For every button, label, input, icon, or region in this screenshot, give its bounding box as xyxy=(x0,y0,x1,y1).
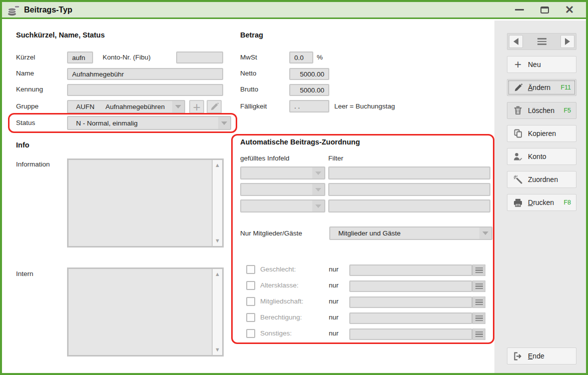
mitgliedschaft-list-button[interactable] xyxy=(472,296,485,308)
gruppe-dropdown[interactable]: AUFN Aufnahmegebühren xyxy=(67,100,185,114)
geschlecht-nur-label: nur xyxy=(329,266,339,273)
berechtigung-nur-label: nur xyxy=(329,314,339,321)
beitrags-typ-window: Beitrags-Typ ✕ Suchkürzel, Name, Status … xyxy=(0,0,588,375)
window-title: Beitrags-Typ xyxy=(24,6,73,14)
chevron-down-icon xyxy=(218,117,230,129)
name-input[interactable] xyxy=(67,68,223,80)
berechtigung-filter-input[interactable] xyxy=(349,312,472,324)
pencil-icon xyxy=(210,102,219,111)
scroll-up-icon[interactable]: ▲ xyxy=(215,272,220,277)
netto-input[interactable] xyxy=(289,68,329,80)
geschlecht-filter-input[interactable] xyxy=(349,264,472,276)
name-label: Name xyxy=(16,70,34,77)
menu-icon[interactable] xyxy=(537,38,546,45)
altersklasse-list-button[interactable] xyxy=(472,280,485,292)
arrow-right-icon xyxy=(565,38,570,45)
geschlecht-label: Geschlecht: xyxy=(260,266,296,273)
loeschen-button[interactable]: Löschen F5 xyxy=(507,102,576,119)
scroll-up-icon[interactable]: ▲ xyxy=(215,162,220,168)
coins-stack-icon xyxy=(7,4,20,16)
mwst-input[interactable] xyxy=(289,52,313,64)
kennung-input[interactable] xyxy=(67,84,223,96)
pencil-icon xyxy=(512,84,523,92)
berechtigung-list-button[interactable] xyxy=(472,312,485,324)
action-sidebar: + Neu Ändern F11 Löschen F5 Kopieren xyxy=(494,20,586,373)
mitglieder-label: Nur Mitglieder/Gäste xyxy=(240,230,302,237)
mitgliedschaft-filter-input[interactable] xyxy=(349,296,472,308)
altersklasse-label: Altersklasse: xyxy=(260,282,299,289)
plus-icon: + xyxy=(193,100,200,114)
kopieren-button[interactable]: Kopieren xyxy=(507,125,576,142)
information-scrollbar[interactable]: ▲ ▼ xyxy=(212,160,222,246)
chevron-down-icon xyxy=(479,228,491,239)
scroll-down-icon[interactable]: ▼ xyxy=(215,347,220,352)
section-heading-suchkuerzel: Suchkürzel, Name, Status xyxy=(16,31,105,39)
neu-button[interactable]: + Neu xyxy=(507,56,576,73)
chevron-down-icon xyxy=(312,200,324,212)
zuordnen-button[interactable]: Zuordnen xyxy=(507,171,576,188)
mitgliedschaft-label: Mitgliedschaft: xyxy=(260,298,303,305)
information-label: Information xyxy=(16,160,50,168)
berechtigung-label: Berechtigung: xyxy=(260,314,302,321)
ende-button[interactable]: Ende xyxy=(507,348,576,364)
section-heading-betrag: Betrag xyxy=(240,31,263,39)
drucken-button[interactable]: Drucken F8 xyxy=(507,194,576,211)
sonstiges-filter-input[interactable] xyxy=(349,328,472,340)
section-heading-zuordnung: Automatische Beitrags-Zuordnung xyxy=(240,138,360,146)
next-record-button[interactable] xyxy=(560,35,574,48)
altersklasse-filter-input[interactable] xyxy=(349,280,472,292)
altersklasse-nur-label: nur xyxy=(329,282,339,289)
kennung-label: Kennung xyxy=(16,86,43,93)
status-dropdown[interactable]: N - Normal, einmalig xyxy=(67,116,231,130)
sonstiges-list-button[interactable] xyxy=(472,328,485,340)
infofeld-dropdown-1[interactable] xyxy=(240,166,325,180)
section-heading-info: Info xyxy=(16,141,30,149)
gruppe-add-button[interactable]: + xyxy=(189,100,204,114)
exit-icon xyxy=(512,352,523,360)
infofeld-dropdown-3[interactable] xyxy=(240,200,325,212)
kuerzel-input[interactable] xyxy=(67,52,93,64)
trash-icon xyxy=(512,106,523,115)
gruppe-edit-button[interactable] xyxy=(207,100,222,114)
user-edit-icon xyxy=(512,152,523,161)
sonstiges-nur-label: nur xyxy=(329,330,339,337)
filter-input-2[interactable] xyxy=(328,183,490,196)
geschlecht-checkbox[interactable] xyxy=(246,265,255,274)
sonstiges-label: Sonstiges: xyxy=(260,330,292,337)
previous-record-button[interactable] xyxy=(509,35,523,48)
konto-nr-input[interactable] xyxy=(176,52,223,64)
infofeld-dropdown-2[interactable] xyxy=(240,183,325,196)
gruppe-label: Gruppe xyxy=(16,102,39,110)
brutto-input[interactable] xyxy=(289,84,329,96)
copy-icon xyxy=(512,129,523,138)
filter-input-3[interactable] xyxy=(328,200,490,212)
konto-button[interactable]: Konto xyxy=(507,148,576,165)
close-button[interactable]: ✕ xyxy=(564,4,575,16)
mitgliedschaft-checkbox[interactable] xyxy=(246,297,255,306)
intern-label: Intern xyxy=(16,270,34,278)
chevron-down-icon xyxy=(172,101,184,112)
infofeld-column-label: gefülltes Infofeld xyxy=(240,154,289,162)
intern-textarea[interactable]: ▲ ▼ xyxy=(67,268,224,356)
aendern-button[interactable]: Ändern F11 xyxy=(507,79,576,96)
status-label: Status xyxy=(16,119,35,126)
status-value: N - Normal, einmalig xyxy=(68,120,138,127)
chevron-down-icon xyxy=(312,168,324,178)
intern-scrollbar[interactable]: ▲ ▼ xyxy=(212,269,222,355)
information-textarea[interactable]: ▲ ▼ xyxy=(67,158,224,248)
scroll-down-icon[interactable]: ▼ xyxy=(215,238,220,244)
titlebar: Beitrags-Typ ✕ xyxy=(2,2,586,19)
minimize-button[interactable] xyxy=(514,4,525,16)
sonstiges-checkbox[interactable] xyxy=(246,329,255,338)
altersklasse-checkbox[interactable] xyxy=(246,281,255,290)
geschlecht-list-button[interactable] xyxy=(472,264,485,276)
record-navigation xyxy=(507,33,576,50)
mitglieder-dropdown[interactable]: Mitglieder und Gäste xyxy=(329,226,492,240)
maximize-button[interactable] xyxy=(539,4,550,16)
faelligkeit-input[interactable] xyxy=(289,100,329,112)
berechtigung-checkbox[interactable] xyxy=(246,313,255,322)
filter-input-1[interactable] xyxy=(328,166,490,180)
kuerzel-label: Kürzel xyxy=(16,54,35,61)
netto-label: Netto xyxy=(240,70,256,77)
faelligkeit-label: Fälligkeit xyxy=(240,102,267,110)
